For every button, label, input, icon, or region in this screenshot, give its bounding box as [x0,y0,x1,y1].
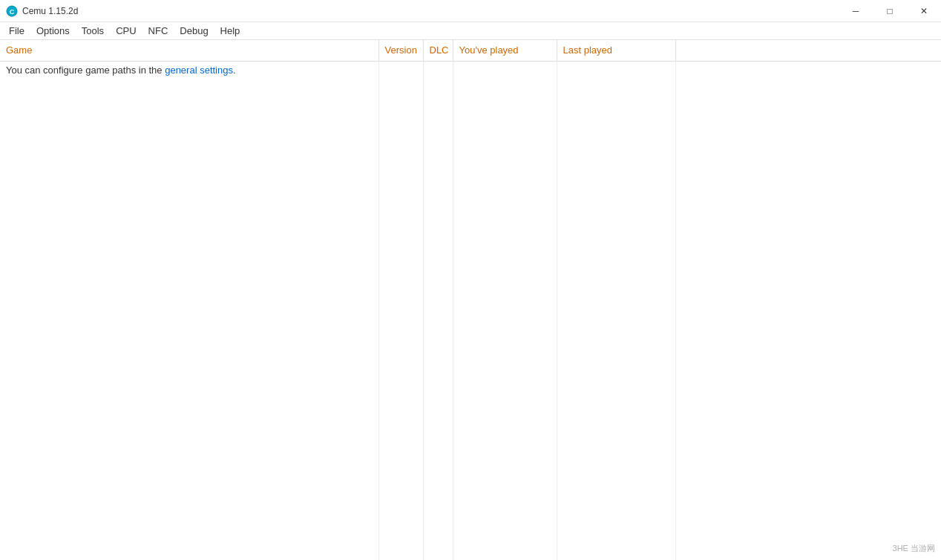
col-header-game[interactable]: Game [0,40,378,61]
window-title: Cemu 1.15.2d [22,6,78,16]
empty-dlc-cell [423,61,453,560]
minimize-button[interactable]: ─ [839,0,873,22]
menu-help[interactable]: Help [214,23,246,39]
title-bar-controls: ─ □ ✕ [839,0,941,22]
title-bar: C Cemu 1.15.2d ─ □ ✕ [0,0,941,22]
menu-options[interactable]: Options [30,23,76,39]
empty-extra-cell [675,61,941,560]
table-header-row: Game Version DLC You've played Last play… [0,40,941,61]
col-header-extra [675,40,941,61]
menu-debug[interactable]: Debug [174,23,214,39]
general-settings-link[interactable]: general settings [165,65,233,76]
menu-nfc[interactable]: NFC [142,23,174,39]
title-bar-left: C Cemu 1.15.2d [6,5,78,17]
empty-played-cell [453,61,557,560]
empty-last-played-cell [557,61,675,560]
empty-version-cell [378,61,423,560]
empty-state-text-prefix: You can configure game paths in the [6,65,165,76]
maximize-button[interactable]: □ [873,0,907,22]
cemu-icon: C [6,5,18,17]
empty-state-text-suffix: . [233,65,236,76]
close-button[interactable]: ✕ [907,0,941,22]
menu-file[interactable]: File [3,23,30,39]
main-content: Game Version DLC You've played Last play… [0,40,941,560]
game-table: Game Version DLC You've played Last play… [0,40,941,560]
empty-state-row: You can configure game paths in the gene… [0,61,941,560]
menu-cpu[interactable]: CPU [110,23,142,39]
menu-bar: File Options Tools CPU NFC Debug Help [0,22,941,40]
col-header-version[interactable]: Version [378,40,423,61]
watermark: 3HE 当游网 [893,543,935,554]
empty-state-cell: You can configure game paths in the gene… [0,61,378,560]
svg-text:C: C [10,8,15,16]
col-header-last-played[interactable]: Last played [557,40,675,61]
col-header-played[interactable]: You've played [453,40,557,61]
menu-tools[interactable]: Tools [76,23,110,39]
col-header-dlc[interactable]: DLC [423,40,453,61]
